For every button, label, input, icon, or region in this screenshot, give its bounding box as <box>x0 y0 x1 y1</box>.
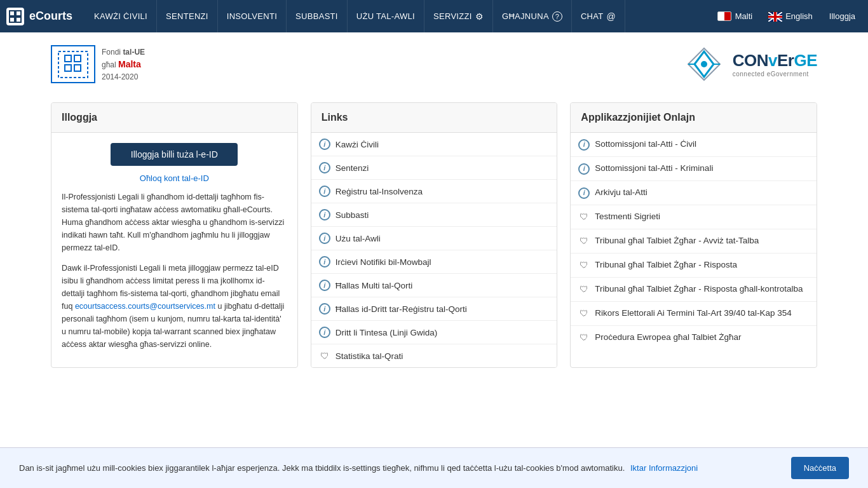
circle-icon: i <box>578 163 590 175</box>
links-panel: Links iKawżi ĊiviliiSentenziiReġistru ta… <box>311 102 558 368</box>
link-item[interactable]: 🛡Statistika tal-Qrati <box>311 344 557 367</box>
svg-rect-13 <box>74 55 81 62</box>
nav-insolventi[interactable]: INSOLVENTI <box>218 0 287 32</box>
nav-login-button[interactable]: Illoggja <box>823 11 862 21</box>
links-panel-body: iKawżi ĊiviliiSentenziiReġistru tal-Inso… <box>311 133 557 367</box>
link-label: Użu tal-Awli <box>336 234 381 243</box>
app-label: Tribunal għal Talbiet Żgħar - Risposta <box>595 259 737 271</box>
lang-mt-label: Malti <box>735 11 752 21</box>
nav-ghajnuna[interactable]: GĦAJNUNA ? <box>493 0 572 32</box>
link-item[interactable]: iReġistru tal-Insolvenza <box>311 180 557 203</box>
circle-icon: i <box>578 187 590 199</box>
logos-section: Fondi tal-UE għal Malta 2014-2020 CONvEr… <box>0 32 868 96</box>
cookie-banner: Dan is-sit jagħmel użu mill-cookies biex… <box>0 447 868 450</box>
nav-servizzi[interactable]: SERVIZZI ⚙ <box>424 0 493 32</box>
link-item[interactable]: iĦallas id-Dritt tar-Reġistru tal-Qorti <box>311 297 557 321</box>
nav-chat[interactable]: CHAT @ <box>572 0 625 32</box>
app-item[interactable]: 🛡Tribunal għal Talbiet Żgħar - Risposta … <box>571 278 817 302</box>
nav-sentenzi[interactable]: SENTENZI <box>157 0 218 32</box>
three-columns: Illoggja Illoggja billi tuża l-e-ID Oħlo… <box>0 96 868 387</box>
link-item[interactable]: iIrċievi Notifiki bil-Mowbajl <box>311 250 557 274</box>
shield-icon: 🛡 <box>578 332 590 344</box>
nav-right: Malti English Illoggja <box>712 11 862 21</box>
link-label: Irċievi Notifiki bil-Mowbajl <box>336 257 431 267</box>
converge-v: v <box>768 51 777 70</box>
svg-rect-15 <box>74 65 81 71</box>
brand-name: eCourts <box>29 10 72 23</box>
app-item[interactable]: 🛡Proċedura Ewropea għal Talbiet Żgħar <box>571 326 817 349</box>
login-description-1: Il-Professjonisti Legali li għandhom id-… <box>62 191 287 254</box>
login-panel: Illoggja Illoggja billi tuża l-e-ID Oħlo… <box>51 102 298 368</box>
svg-rect-2 <box>10 17 15 22</box>
link-item[interactable]: iKawżi Ċivili <box>311 133 557 156</box>
nav-items: KAWŻI ĊIVILI SENTENZI INSOLVENTI SUBBAST… <box>85 0 712 32</box>
chat-label: CHAT <box>581 11 604 21</box>
shield-icon: 🛡 <box>578 260 590 271</box>
ghajnuna-label: GĦAJNUNA <box>502 11 549 21</box>
converge-text-block: CONvErGE connected eGovernment <box>733 51 817 78</box>
brand-logo[interactable]: eCourts <box>6 8 72 25</box>
converge-er: Er <box>777 51 794 70</box>
app-label: Tribunal għal Talbiet Żgħar - Risposta g… <box>595 283 803 295</box>
email-link[interactable]: ecourtsaccess.courts@courtservices.mt <box>75 302 215 311</box>
link-label: Sentenzi <box>336 163 369 173</box>
app-item[interactable]: 🛡Tribunal għal Talbiet Żgħar - Avviż tat… <box>571 229 817 254</box>
svg-rect-11 <box>58 51 88 78</box>
app-item[interactable]: 🛡Testmenti Sigrieti <box>571 205 817 229</box>
circle-icon: i <box>319 303 330 315</box>
circle-icon: i <box>319 280 330 291</box>
link-item[interactable]: iSubbasti <box>311 203 557 227</box>
app-item[interactable]: iSottomissjoni tal-Atti - Ċivil <box>571 133 817 157</box>
app-label: Arkivju tal-Atti <box>595 187 648 199</box>
svg-rect-1 <box>16 11 21 16</box>
brand-icon <box>6 8 24 25</box>
shield-icon: 🛡 <box>319 350 330 362</box>
lang-mt[interactable]: Malti <box>712 11 757 21</box>
flag-mt-icon <box>717 11 731 21</box>
tal-ue-label: tal-UE <box>123 48 145 57</box>
malta-label: Malta <box>118 59 141 69</box>
lang-en[interactable]: English <box>763 11 818 21</box>
login-description-2: Dawk il-Professjonisti Legali li meta ji… <box>62 262 287 351</box>
nav-uzu[interactable]: UŻU TAL-AWLI <box>348 0 424 32</box>
shield-icon: 🛡 <box>578 212 590 223</box>
login-eid-button[interactable]: Illoggja billi tuża l-e-ID <box>111 143 238 166</box>
link-label: Ħallas Multi tal-Qorti <box>336 281 413 290</box>
converge-icon <box>682 45 726 83</box>
fondi-label: Fondi <box>102 48 121 57</box>
circle-icon: i <box>319 186 330 197</box>
eu-logo-box <box>51 45 95 83</box>
link-item[interactable]: iDritt li Tintesa (Linji Gwida) <box>311 321 557 344</box>
servizzi-icon: ⚙ <box>475 11 484 22</box>
svg-rect-14 <box>65 65 71 71</box>
circle-icon: i <box>319 233 330 244</box>
link-item[interactable]: iĦallas Multi tal-Qorti <box>311 274 557 297</box>
svg-rect-12 <box>65 55 71 62</box>
link-label: Subbasti <box>336 210 369 220</box>
link-label: Kawżi Ċivili <box>336 140 379 149</box>
app-item[interactable]: iSottomissjoni tal-Atti - Kriminali <box>571 157 817 181</box>
link-item[interactable]: iUżu tal-Awli <box>311 227 557 250</box>
app-item[interactable]: 🛡Tribunal għal Talbiet Żgħar - Risposta <box>571 254 817 278</box>
nav-kawzi[interactable]: KAWŻI ĊIVILI <box>85 0 157 32</box>
login-panel-header: Illoggja <box>51 103 297 133</box>
app-label: Sottomissjoni tal-Atti - Ċivil <box>595 139 696 151</box>
app-label: Proċedura Ewropea għal Talbiet Żgħar <box>595 332 741 344</box>
link-label: Ħallas id-Dritt tar-Reġistru tal-Qorti <box>336 304 467 314</box>
svg-rect-10 <box>768 16 782 18</box>
svg-rect-0 <box>10 11 15 16</box>
svg-rect-3 <box>16 17 21 22</box>
create-account-link[interactable]: Oħloq kont tal-e-ID <box>140 173 209 183</box>
ghal-label: għal <box>102 60 116 69</box>
main-content: Fondi tal-UE għal Malta 2014-2020 CONvEr… <box>0 32 868 450</box>
link-label: Statistika tal-Qrati <box>336 351 403 361</box>
nav-subbasti[interactable]: SUBBASTI <box>287 0 348 32</box>
app-item[interactable]: 🛡Rikors Elettorali Ai Termini Tal-Art 39… <box>571 302 817 326</box>
year-label: 2014-2020 <box>102 72 138 81</box>
login-panel-body: Illoggja billi tuża l-e-ID Oħloq kont ta… <box>51 133 297 361</box>
link-item[interactable]: iSentenzi <box>311 156 557 180</box>
app-item[interactable]: iArkivju tal-Atti <box>571 181 817 205</box>
svg-point-18 <box>701 61 707 67</box>
navbar: eCourts KAWŻI ĊIVILI SENTENZI INSOLVENTI… <box>0 0 868 32</box>
app-label: Rikors Elettorali Ai Termini Tal-Art 39/… <box>595 308 791 320</box>
